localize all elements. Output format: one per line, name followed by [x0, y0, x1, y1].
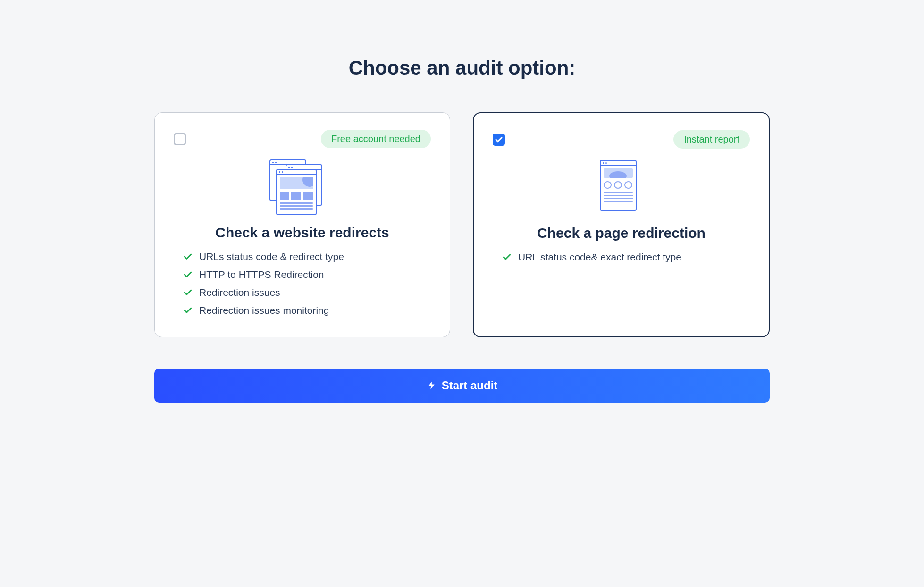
feature-text: URL status code& exact redirect type [518, 252, 681, 263]
feature-item: HTTP to HTTPS Redirection [183, 269, 431, 280]
page-title: Choose an audit option: [154, 57, 770, 79]
card-title: Check a website redirects [174, 225, 431, 241]
checkbox-unchecked-icon[interactable] [174, 133, 186, 145]
check-icon [502, 252, 512, 262]
check-icon [183, 270, 193, 279]
feature-text: Redirection issues [199, 287, 280, 298]
start-audit-button[interactable]: Start audit [154, 369, 770, 403]
card-top-row: Instant report [493, 130, 750, 149]
check-icon [183, 252, 193, 261]
badge-free-account: Free account needed [321, 130, 431, 148]
audit-option-chooser: Choose an audit option: Free account nee… [154, 57, 770, 403]
checkbox-checked-icon[interactable] [493, 134, 505, 146]
feature-text: HTTP to HTTPS Redirection [199, 269, 324, 280]
option-card-page-redirection[interactable]: Instant report Check a page redirectio [473, 112, 770, 337]
feature-item: URLs status code & redirect type [183, 251, 431, 262]
feature-item: Redirection issues monitoring [183, 305, 431, 316]
badge-instant-report: Instant report [673, 130, 750, 149]
card-title: Check a page redirection [493, 225, 750, 241]
feature-text: URLs status code & redirect type [199, 251, 344, 262]
feature-item: URL status code& exact redirect type [502, 252, 750, 263]
bolt-icon [427, 381, 436, 390]
card-top-row: Free account needed [174, 130, 431, 148]
option-card-website-redirects[interactable]: Free account needed [154, 112, 450, 337]
feature-list: URLs status code & redirect type HTTP to… [174, 251, 431, 316]
check-icon [183, 288, 193, 297]
check-icon [183, 306, 193, 315]
feature-text: Redirection issues monitoring [199, 305, 329, 316]
option-cards: Free account needed [154, 112, 770, 337]
feature-item: Redirection issues [183, 287, 431, 298]
illustration-website [174, 159, 431, 216]
start-audit-label: Start audit [442, 379, 498, 392]
feature-list: URL status code& exact redirect type [493, 252, 750, 263]
illustration-page [493, 160, 750, 217]
